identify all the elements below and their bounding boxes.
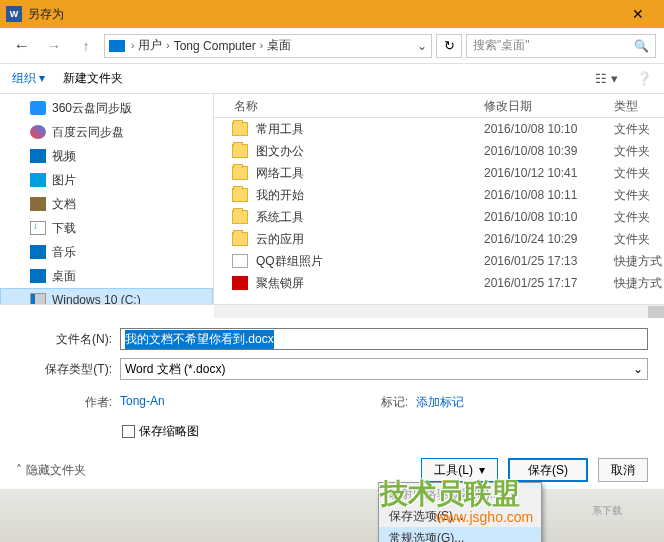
menu-map-drive: 映射网络驱动器(N)... bbox=[379, 483, 541, 505]
chevron-down-icon[interactable]: ⌄ bbox=[417, 39, 427, 53]
file-kind: 文件夹 bbox=[614, 121, 664, 138]
file-name: 常用工具 bbox=[256, 121, 484, 138]
view-button[interactable]: ☷ ▾ bbox=[595, 71, 618, 86]
sidebar-item[interactable]: 文档 bbox=[0, 192, 213, 216]
file-kind: 快捷方式 bbox=[614, 275, 664, 292]
new-folder-button[interactable]: 新建文件夹 bbox=[63, 70, 123, 87]
file-row[interactable]: 网络工具2016/10/12 10:41文件夹 bbox=[214, 162, 664, 184]
filename-value: 我的文档不希望你看到.docx bbox=[125, 330, 274, 349]
folder-icon bbox=[232, 232, 248, 246]
tree-label: 图片 bbox=[52, 172, 76, 189]
folder-icon bbox=[232, 188, 248, 202]
file-name: 网络工具 bbox=[256, 165, 484, 182]
file-row[interactable]: 图文办公2016/10/08 10:39文件夹 bbox=[214, 140, 664, 162]
filename-label: 文件名(N): bbox=[16, 331, 120, 348]
file-name: 系统工具 bbox=[256, 209, 484, 226]
filetype-value: Word 文档 (*.docx) bbox=[125, 361, 225, 378]
menu-save-options[interactable]: 保存选项(S)... bbox=[379, 505, 541, 527]
folder-icon bbox=[232, 166, 248, 180]
help-button[interactable]: ❔ bbox=[636, 71, 652, 86]
tree-label: 下载 bbox=[52, 220, 76, 237]
up-button[interactable]: ↑ bbox=[72, 33, 100, 59]
file-kind: 快捷方式 bbox=[614, 253, 664, 270]
col-modified[interactable]: 修改日期 bbox=[484, 98, 614, 115]
breadcrumb[interactable]: › 用户 › Tong Computer › 桌面 ⌄ bbox=[104, 34, 432, 58]
word-app-icon: W bbox=[6, 6, 22, 22]
forward-button: → bbox=[40, 33, 68, 59]
file-row[interactable]: QQ群组照片2016/01/25 17:13快捷方式 bbox=[214, 250, 664, 272]
file-kind: 文件夹 bbox=[614, 143, 664, 160]
tree-label: Windows 10 (C:) bbox=[52, 293, 141, 304]
navigation-bar: ← → ↑ › 用户 › Tong Computer › 桌面 ⌄ ↻ 搜索"桌… bbox=[0, 28, 664, 64]
scroll-handle[interactable] bbox=[648, 306, 664, 318]
refresh-button[interactable]: ↻ bbox=[436, 34, 462, 58]
file-row[interactable]: 常用工具2016/10/08 10:10文件夹 bbox=[214, 118, 664, 140]
hide-folders-button[interactable]: ˄ 隐藏文件夹 bbox=[16, 462, 86, 479]
sidebar-item[interactable]: 音乐 bbox=[0, 240, 213, 264]
author-value[interactable]: Tong-An bbox=[120, 394, 165, 411]
chevron-up-icon: ˄ bbox=[16, 463, 22, 477]
back-button[interactable]: ← bbox=[8, 33, 36, 59]
filename-input[interactable]: 我的文档不希望你看到.docx bbox=[120, 328, 648, 350]
file-kind: 文件夹 bbox=[614, 231, 664, 248]
tree-icon bbox=[30, 101, 46, 115]
file-name: 我的开始 bbox=[256, 187, 484, 204]
col-name[interactable]: 名称 bbox=[214, 98, 484, 115]
tags-value[interactable]: 添加标记 bbox=[416, 394, 464, 411]
tools-button[interactable]: 工具(L) ▾ bbox=[421, 458, 498, 482]
column-headers[interactable]: 名称 修改日期 类型 bbox=[214, 94, 664, 118]
window-title: 另存为 bbox=[28, 6, 618, 23]
sidebar-item[interactable]: 百度云同步盘 bbox=[0, 120, 213, 144]
search-placeholder: 搜索"桌面" bbox=[473, 37, 530, 54]
sidebar-tree: 360云盘同步版百度云同步盘视频图片文档下载音乐桌面Windows 10 (C:… bbox=[0, 94, 214, 304]
tree-label: 桌面 bbox=[52, 268, 76, 285]
tree-label: 文档 bbox=[52, 196, 76, 213]
sidebar-item[interactable]: 下载 bbox=[0, 216, 213, 240]
file-kind: 文件夹 bbox=[614, 187, 664, 204]
thumbnail-label: 保存缩略图 bbox=[139, 423, 199, 440]
sidebar-item[interactable]: 图片 bbox=[0, 168, 213, 192]
crumb-desktop[interactable]: 桌面 bbox=[265, 37, 293, 54]
save-button[interactable]: 保存(S) bbox=[508, 458, 588, 482]
search-input[interactable]: 搜索"桌面" 🔍 bbox=[466, 34, 656, 58]
crumb-user[interactable]: Tong Computer bbox=[172, 39, 258, 53]
tree-icon bbox=[30, 149, 46, 163]
author-label: 作者: bbox=[16, 394, 120, 411]
search-icon: 🔍 bbox=[634, 39, 649, 53]
scrollbar[interactable] bbox=[0, 304, 664, 318]
tree-icon bbox=[30, 221, 46, 235]
folder-icon bbox=[232, 144, 248, 158]
tree-icon bbox=[30, 125, 46, 139]
sidebar-item[interactable]: Windows 10 (C:) bbox=[0, 288, 213, 304]
sidebar-item[interactable]: 桌面 bbox=[0, 264, 213, 288]
file-row[interactable]: 云的应用2016/10/24 10:29文件夹 bbox=[214, 228, 664, 250]
thumbnail-checkbox[interactable] bbox=[122, 425, 135, 438]
tree-label: 音乐 bbox=[52, 244, 76, 261]
file-date: 2016/01/25 17:13 bbox=[484, 254, 614, 268]
shortcut-icon bbox=[232, 254, 248, 268]
chevron-down-icon: ⌄ bbox=[633, 362, 643, 376]
crumb-users[interactable]: 用户 bbox=[136, 37, 164, 54]
file-row[interactable]: 系统工具2016/10/08 10:10文件夹 bbox=[214, 206, 664, 228]
col-kind[interactable]: 类型 bbox=[614, 98, 664, 115]
sidebar-item[interactable]: 360云盘同步版 bbox=[0, 96, 213, 120]
file-row[interactable]: 我的开始2016/10/08 10:11文件夹 bbox=[214, 184, 664, 206]
close-icon[interactable]: ✕ bbox=[618, 0, 658, 28]
file-kind: 文件夹 bbox=[614, 209, 664, 226]
file-date: 2016/10/08 10:10 bbox=[484, 210, 614, 224]
folder-icon bbox=[232, 210, 248, 224]
tree-icon bbox=[30, 293, 46, 304]
cancel-button[interactable]: 取消 bbox=[598, 458, 648, 482]
file-date: 2016/10/08 10:11 bbox=[484, 188, 614, 202]
file-row[interactable]: 聚焦锁屏2016/01/25 17:17快捷方式 bbox=[214, 272, 664, 294]
tree-icon bbox=[30, 197, 46, 211]
sub-watermark: 系下载 bbox=[592, 504, 622, 518]
tree-icon bbox=[30, 245, 46, 259]
sidebar-item[interactable]: 视频 bbox=[0, 144, 213, 168]
organize-button[interactable]: 组织 ▾ bbox=[12, 70, 45, 87]
file-date: 2016/10/12 10:41 bbox=[484, 166, 614, 180]
folder-icon bbox=[232, 122, 248, 136]
tools-menu: 映射网络驱动器(N)... 保存选项(S)... 常规选项(G)... bbox=[378, 482, 542, 542]
filetype-select[interactable]: Word 文档 (*.docx) ⌄ bbox=[120, 358, 648, 380]
menu-general-options[interactable]: 常规选项(G)... bbox=[379, 527, 541, 542]
